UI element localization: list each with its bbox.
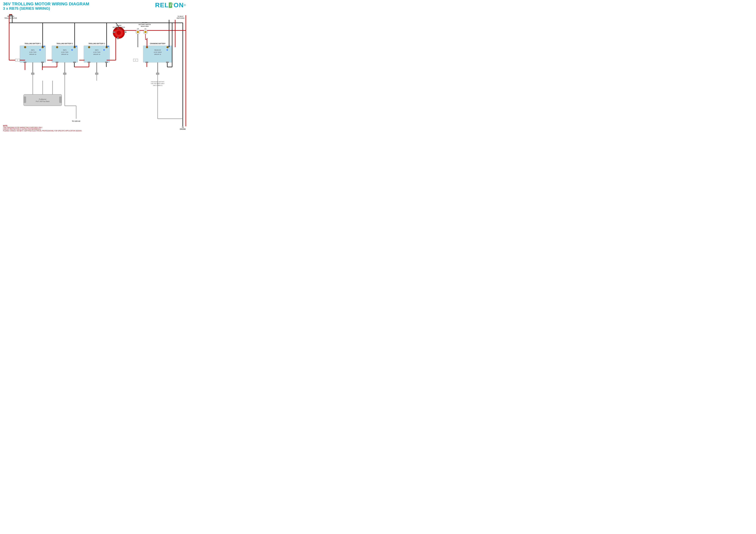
charger-connector-bat2: [63, 73, 66, 75]
footer-note: NOTE: THIS DIAGRAM IS FOR MARKETING PURP…: [3, 125, 82, 132]
crank-lug-neg: [166, 62, 169, 63]
switch-rear-label2: BATTERY SWITCH: [139, 24, 151, 25]
switch-on-label: On: [145, 28, 147, 30]
crank-specs: 12.8V 100Ah: [154, 51, 162, 53]
switch-on-terminal: [145, 31, 147, 33]
note-title: NOTE:: [3, 125, 82, 127]
bat3-led2: [103, 49, 105, 51]
crank-lug-pos: [146, 62, 148, 63]
bat3-lug-neg: [105, 62, 108, 63]
switch-off-label: Off: [137, 28, 139, 30]
bat1-lug-neg: [41, 62, 44, 63]
bat2-lug-pos: [56, 62, 58, 63]
switch-conn-bottom: [117, 37, 119, 39]
seven-inch-label-1: 7": [17, 60, 18, 61]
bat2-led: [75, 46, 77, 47]
charger-name2: ProT 240 Four Bank: [36, 101, 50, 102]
bat2-led2: [71, 49, 73, 51]
to-boat-label2: SWITCHING: [176, 17, 184, 19]
to-boat-label1: TO BOAT: [177, 15, 183, 17]
switch-front-label3: FRONT VIEW: [115, 28, 123, 30]
trolling-motor-label2: TROLLING MOTOR: [4, 17, 17, 19]
crank-model: RB100-HP: [154, 49, 161, 51]
switch-off-terminal: [137, 31, 139, 33]
bat1-led: [43, 46, 45, 47]
crank-neg-terminal: [167, 46, 169, 48]
charger-connector-bat3: [95, 73, 98, 75]
bat3-led: [107, 46, 109, 47]
crank-group: GROUP 31: [154, 54, 161, 55]
bat3-specs: 12.8V 75Ah: [93, 51, 100, 53]
engine-label: TO: [182, 126, 184, 128]
bat2-group: GROUP 24: [61, 54, 68, 55]
bat1-title-label: TROLLING BATTERY 1: [24, 43, 41, 44]
charger-connector-bat1: [31, 73, 34, 75]
bat2-specs: 12.8V 75Ah: [61, 51, 68, 53]
bat1-model: RB75: [31, 49, 35, 51]
crank-led2: [167, 49, 168, 51]
switch-rear-label1: ON-OFF: [142, 22, 148, 23]
page: 36V TROLLING MOTOR WIRING DIAGRAM 3 x RB…: [0, 0, 189, 134]
bat2-lug-neg: [73, 62, 76, 63]
note-line1: THIS DIAGRAM IS FOR MARKETING PURPOSES O…: [3, 127, 82, 128]
crank-title-label: CRANKING BATTERY: [150, 43, 166, 44]
note-line2: CIRCUIT PROTECTION IS NOTED FOR REFERENC…: [3, 128, 82, 130]
seven-inch-label-2: 7": [135, 60, 136, 61]
bat1-led2: [39, 49, 41, 51]
charger-connector-crank: [156, 73, 159, 75]
switch-conn-right: [124, 32, 126, 33]
charger-port-right: [59, 97, 62, 103]
switch-conn-left: [113, 32, 115, 33]
bat2-model: RB75: [63, 49, 67, 51]
bat3-lug-pos: [88, 62, 90, 63]
bat1-group: GROUP 24: [29, 54, 36, 55]
bat1-specs: 12.8V 75Ah: [29, 51, 36, 53]
bat3-title-label: TROLLING BATTERY 3: [89, 43, 105, 44]
engine-label2: ENGINE: [180, 128, 186, 130]
trolling-motor-label1: TO 36V DC: [7, 15, 14, 17]
battery-switch-knob: [117, 31, 121, 35]
switch-rear-label3: REAR VIEW: [141, 26, 149, 27]
switch-front-label1: ON-OFF: [116, 25, 122, 26]
bat2-pos-terminal: [56, 46, 58, 48]
bat1-pos-terminal: [24, 46, 26, 48]
bat3-group: GROUP 24: [93, 54, 100, 55]
110v-label: TO 110V AC: [72, 120, 81, 122]
charger-port-left: [24, 97, 26, 103]
charger-name1: ProMariner: [39, 98, 46, 100]
note-line3: PLEASE CONSULT AN ABYC CERTIFIED ELECTRI…: [3, 130, 82, 132]
bat3-pos-terminal: [88, 46, 90, 48]
wiring-diagram: TROLLING BATTERY 1 RB75 12.8V 75Ah GROUP…: [0, 0, 189, 134]
bat3-model: RB75: [95, 49, 98, 51]
bat1-lug-pos: [24, 62, 26, 63]
bat2-title-label: TROLLING BATTERY 2: [57, 43, 73, 44]
